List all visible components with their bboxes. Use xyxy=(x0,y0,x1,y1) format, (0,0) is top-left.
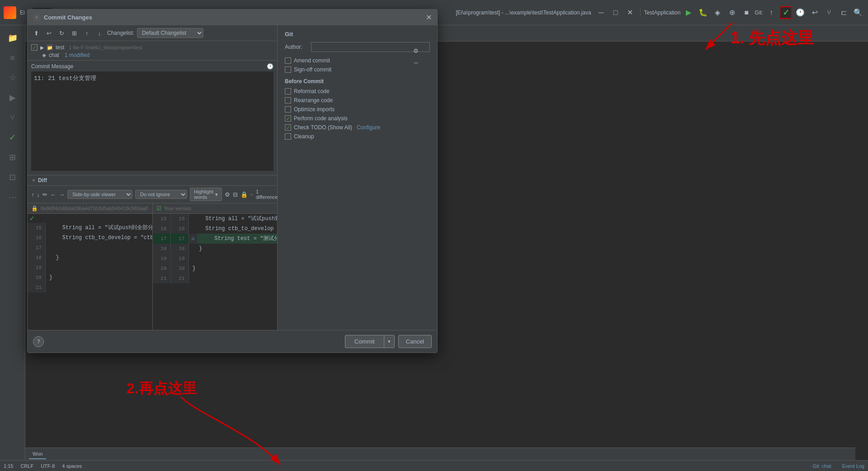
reformat-checkbox[interactable] xyxy=(285,88,291,94)
toolbar-refresh-btn[interactable]: ↻ xyxy=(57,28,66,38)
diff-viewer-select[interactable]: Side-by-side viewer xyxy=(67,190,132,199)
diff-right-btn[interactable]: → xyxy=(59,189,65,199)
changelist-select[interactable]: Default Changelist xyxy=(137,28,203,38)
help-button[interactable]: ? xyxy=(33,336,44,347)
author-row: Author: xyxy=(285,42,430,52)
vc-minimize-btn[interactable]: ─ xyxy=(411,57,421,67)
perform-analysis-checkbox[interactable] xyxy=(285,115,291,122)
toolbar-expand-btn[interactable]: ⬆ xyxy=(31,28,41,38)
diff-ignore-select[interactable]: Do not ignore xyxy=(135,190,187,199)
cancel-button[interactable]: Cancel xyxy=(398,335,432,348)
toolbar-sort-desc-btn[interactable]: ↓ xyxy=(94,28,104,38)
diff-right-lines: 15 15 String all = "试试push到全部分支"; ⊕ 16 1… xyxy=(153,214,278,283)
changelist-label: Changelist: xyxy=(107,30,134,36)
cleanup-label: Cleanup xyxy=(294,133,314,140)
commit-dropdown-btn[interactable]: ▾ xyxy=(384,335,395,348)
check-todo-checkbox[interactable] xyxy=(285,124,291,131)
toolbar-group-btn[interactable]: ⊞ xyxy=(69,28,79,38)
sub-file-name: chat xyxy=(49,52,59,58)
chat-icon: ◈ xyxy=(42,52,46,58)
diff-label: Diff xyxy=(38,177,47,184)
optimize-checkbox[interactable] xyxy=(285,106,291,113)
root-file-name: test xyxy=(56,44,64,51)
annotation-second: 2.再点这里 xyxy=(127,379,197,399)
annotation-first: 1. 先点这里 xyxy=(731,27,814,49)
diff-left-lines: 15 String all = "试试push到全部分支"; 16 String… xyxy=(28,223,152,292)
lock-icon: 🔒 xyxy=(31,205,38,212)
diff-left-line-19: 19 xyxy=(28,263,152,273)
diff-settings-btn[interactable]: ⚙ xyxy=(225,189,230,199)
arrow-svg-second xyxy=(163,388,298,471)
diff-left-btn[interactable]: ← xyxy=(50,189,56,199)
rearrange-row: Rearrange code xyxy=(285,97,430,104)
highlight-words-btn[interactable]: Highlight words ▾ xyxy=(190,188,222,201)
diff-section: ▼ Diff ↑ ↓ ✏ ← → Side-by-side viewer Do xyxy=(28,175,277,330)
diff-prev-btn[interactable]: ↑ xyxy=(31,189,34,199)
diff-lock-btn[interactable]: 🔒 xyxy=(241,189,248,199)
diff-cols-btn[interactable]: ⊟ xyxy=(233,189,238,199)
vc-settings-btn[interactable]: ⚙ xyxy=(411,46,421,56)
dialog-footer: ? Commit ▾ Cancel xyxy=(28,330,437,353)
commit-message-label: Commit Message xyxy=(31,63,73,70)
diff-right-line-21: 21 21 xyxy=(153,273,278,283)
commit-message-input[interactable]: 11: 21 test分支管理 xyxy=(31,71,274,171)
optimize-row: Optimize imports xyxy=(285,106,430,113)
diff-check-17[interactable]: ☑ xyxy=(189,234,198,244)
dialog-right-panel: Git Author: Amend commit Sign-off commit… xyxy=(278,25,437,330)
dialog-title: Commit Changes xyxy=(44,14,92,21)
diff-left-line-15: 15 String all = "试试push到全部分支"; xyxy=(28,223,152,233)
diff-next-btn[interactable]: ↓ xyxy=(37,189,40,199)
diff-right-line-17: 17 17 ☑ String test = "测试分支管理" xyxy=(153,234,278,244)
sign-off-label: Sign-off commit xyxy=(294,66,331,73)
rearrange-checkbox[interactable] xyxy=(285,97,291,104)
diff-left-pane: 🔒 0e96ff4cb86da09ba4d75b3d5ab546419c565a… xyxy=(28,203,152,330)
commit-button[interactable]: Commit xyxy=(345,335,384,348)
reformat-row: Reformat code xyxy=(285,88,430,94)
diff-right-label: Your version xyxy=(164,206,192,211)
footer-right: Commit ▾ Cancel xyxy=(345,335,432,348)
optimize-label: Optimize imports xyxy=(294,106,335,113)
dialog-body: ⬆ ↩ ↻ ⊞ ↑ ↓ Changelist: Default Changeli… xyxy=(28,25,437,330)
diff-right-header: ☑ Your version xyxy=(153,203,278,214)
diff-left-line-20: 20 } xyxy=(28,273,152,283)
dialog-close-btn[interactable]: ✕ xyxy=(426,13,432,22)
modified-badge: 1 modified xyxy=(65,52,90,58)
perform-analysis-label: Perform code analysis xyxy=(294,115,348,122)
toolbar-undo-btn[interactable]: ↩ xyxy=(44,28,54,38)
check-todo-label: Check TODO (Show All) xyxy=(294,124,352,131)
clock-icon[interactable]: 🕐 xyxy=(267,63,274,70)
root-file-info: 1 file F:\IntelliJ_Idea\program\test xyxy=(69,45,142,50)
diff-right-line-19: 19 19 xyxy=(153,254,278,264)
diff-right-line-20: 20 20 } xyxy=(153,264,278,273)
sign-off-checkbox[interactable] xyxy=(285,66,291,73)
sub-file-item[interactable]: ◈ chat 1 modified xyxy=(31,52,274,58)
dialog-left-panel: ⬆ ↩ ↻ ⊞ ↑ ↓ Changelist: Default Changeli… xyxy=(28,25,278,330)
diff-difference-count: 1 difference xyxy=(256,189,278,200)
diff-collapse-btn[interactable]: ▼ xyxy=(31,178,36,183)
diff-edit-btn[interactable]: ✏ xyxy=(42,189,47,199)
diff-left-hash: 0e96ff4cb86da09ba4d75b3d5ab546419c565aa0 xyxy=(41,206,148,211)
annotation-first-text: 1. 先点这里 xyxy=(731,28,814,47)
diff-left-header: 🔒 0e96ff4cb86da09ba4d75b3d5ab546419c565a… xyxy=(28,203,152,214)
diff-count: » xyxy=(250,192,253,197)
author-label: Author: xyxy=(285,44,307,50)
configure-link[interactable]: Configure xyxy=(357,124,380,131)
annotation-second-text: 2.再点这里 xyxy=(127,380,197,396)
file-tree-root[interactable]: ▶ 📁 test 1 file F:\IntelliJ_Idea\program… xyxy=(31,43,274,52)
vc-icons-panel: ⚙ ─ xyxy=(411,46,421,67)
perform-analysis-row: Perform code analysis xyxy=(285,115,430,122)
diff-left-line-18: 18 } xyxy=(28,253,152,263)
diff-header: ▼ Diff xyxy=(28,175,277,186)
modal-backdrop: ⑂ Commit Changes ✕ ⬆ ↩ ↻ ⊞ ↑ ↓ Changelis… xyxy=(0,0,868,471)
diff-toolbar: ↑ ↓ ✏ ← → Side-by-side viewer Do not ign… xyxy=(28,186,277,203)
folder-icon: 📁 xyxy=(47,44,53,51)
file-checkbox-root[interactable] xyxy=(31,44,38,51)
amend-checkbox[interactable] xyxy=(285,57,291,64)
cleanup-checkbox[interactable] xyxy=(285,133,291,140)
arrow-svg-first xyxy=(696,14,769,68)
check-mark-left: ✓ xyxy=(29,215,35,222)
dropdown-icon: ▾ xyxy=(215,192,218,198)
diff-right-line-15: 15 15 String all = "试试push到全部分支"; ⊕ xyxy=(153,214,278,224)
toolbar-sort-asc-btn[interactable]: ↑ xyxy=(82,28,92,38)
diff-left-line-17: 17 xyxy=(28,243,152,253)
